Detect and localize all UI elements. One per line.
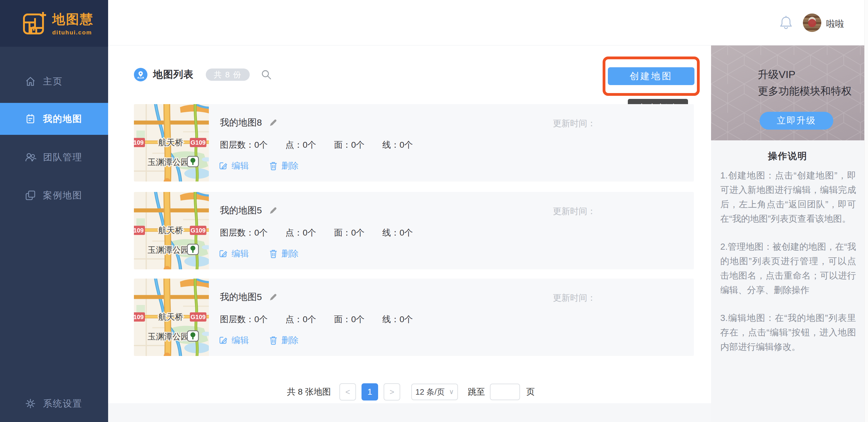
edit-button[interactable]: 编辑 <box>219 248 249 260</box>
main-content: 地图列表 共 8 份 创建地图 点击新建 我的地图8 更新 <box>108 46 711 422</box>
sidebar-item-label: 案例地图 <box>43 189 82 202</box>
map-card: 我的地图5 更新时间： 图层数：0个 点：0个 面：0个 线：0个 编辑 <box>134 278 694 356</box>
stat-value: 0个 <box>303 228 316 237</box>
map-card: 我的地图8 更新时间： 图层数：0个 点：0个 面：0个 线：0个 编辑 <box>134 104 694 182</box>
page-size-value: 12 条/页 <box>415 387 444 397</box>
stat-label: 点： <box>286 314 303 324</box>
stat-label: 图层数： <box>220 314 254 324</box>
sidebar-item-settings[interactable]: 系统设置 <box>0 388 108 420</box>
stat-value: 0个 <box>254 228 268 237</box>
page-unit-label: 页 <box>526 386 535 398</box>
map-stats: 图层数：0个 点：0个 面：0个 线：0个 <box>220 139 431 151</box>
stat-value: 0个 <box>400 228 413 237</box>
stat-label: 点： <box>286 140 303 150</box>
stat-label: 面： <box>334 140 351 150</box>
stat-label: 线： <box>382 314 400 324</box>
edit-button[interactable]: 编辑 <box>219 334 249 346</box>
bottom-strip <box>108 403 711 422</box>
map-thumbnail[interactable] <box>134 104 209 182</box>
jump-label: 跳至 <box>468 386 485 398</box>
stat-label: 面： <box>334 314 351 324</box>
logo-domain: dituhui.com <box>52 29 94 36</box>
stat-value: 0个 <box>303 140 316 150</box>
next-page-button[interactable]: > <box>384 383 400 400</box>
stat-label: 线： <box>382 140 400 150</box>
sidebar-item-my-maps[interactable]: 我的地图 <box>0 103 108 135</box>
delete-button[interactable]: 删除 <box>269 248 299 260</box>
copy-icon <box>25 189 36 201</box>
updated-time-label: 更新时间： <box>553 292 596 304</box>
logo[interactable]: 地图慧 dituhui.com <box>0 0 108 47</box>
rename-pencil-icon[interactable] <box>269 293 277 302</box>
sidebar-item-home[interactable]: 主页 <box>0 65 108 97</box>
stat-label: 点： <box>286 228 303 237</box>
delete-button[interactable]: 删除 <box>269 160 299 172</box>
upgrade-now-button[interactable]: 立即升级 <box>760 112 833 130</box>
pagination-total: 共 8 张地图 <box>287 386 331 398</box>
vip-subtitle: 更多功能模块和特权 <box>758 84 852 98</box>
updated-time-label: 更新时间： <box>553 206 596 217</box>
list-titlebar: 地图列表 共 8 份 <box>134 68 272 81</box>
stat-value: 0个 <box>351 228 365 237</box>
instructions-heading: 操作说明 <box>711 150 864 162</box>
stat-value: 0个 <box>351 314 365 324</box>
instruction-paragraph: 1.创建地图：点击“创建地图”，即可进入新地图进行编辑，编辑完成后，左上角点击“… <box>720 168 856 226</box>
prev-page-button[interactable]: < <box>339 383 356 400</box>
sidebar-item-case-maps[interactable]: 案例地图 <box>0 179 108 211</box>
map-thumbnail[interactable] <box>134 278 209 356</box>
map-stats: 图层数：0个 点：0个 面：0个 线：0个 <box>220 227 431 239</box>
notification-bell-icon[interactable] <box>779 16 793 30</box>
avatar[interactable] <box>803 13 821 32</box>
map-title[interactable]: 我的地图5 <box>220 291 262 303</box>
stat-label: 线： <box>382 228 400 237</box>
map-title[interactable]: 我的地图8 <box>220 116 262 129</box>
edit-button[interactable]: 编辑 <box>219 160 249 172</box>
vip-banner: 升级VIP 更多功能模块和特权 立即升级 <box>711 46 864 140</box>
username: 啦啦 <box>826 18 844 30</box>
sidebar-item-team[interactable]: 团队管理 <box>0 141 108 173</box>
logo-mark-icon <box>22 10 48 36</box>
map-pin-icon <box>134 68 148 81</box>
rename-pencil-icon[interactable] <box>269 206 277 215</box>
stat-value: 0个 <box>351 140 365 150</box>
sidebar-item-label: 团队管理 <box>43 151 82 164</box>
jump-page-input[interactable] <box>490 384 520 400</box>
map-title[interactable]: 我的地图5 <box>220 204 262 217</box>
stat-value: 0个 <box>303 314 316 324</box>
instruction-paragraph: 2.管理地图：被创建的地图，在“我的地图”列表页进行管理，可以点击地图名，点击重… <box>720 240 856 297</box>
current-page-button[interactable]: 1 <box>362 383 378 400</box>
vip-title: 升级VIP <box>758 67 796 82</box>
stat-label: 图层数： <box>220 228 254 237</box>
create-map-button[interactable]: 创建地图 <box>608 67 694 85</box>
stat-value: 0个 <box>400 314 413 324</box>
map-stats: 图层数：0个 点：0个 面：0个 线：0个 <box>220 313 431 325</box>
stat-value: 0个 <box>400 140 413 150</box>
pagination: 共 8 张地图 < 1 > 12 条/页 ∨ 跳至 页 <box>287 383 535 400</box>
map-thumbnail[interactable] <box>134 192 209 269</box>
app-root: 地图慧 dituhui.com 主页 我的地图 <box>0 0 868 422</box>
updated-time-label: 更新时间： <box>553 118 596 129</box>
delete-button[interactable]: 删除 <box>269 334 299 346</box>
notepad-icon <box>25 113 36 125</box>
team-icon <box>25 151 36 163</box>
sidebar: 地图慧 dituhui.com 主页 我的地图 <box>0 0 108 422</box>
stat-label: 面： <box>334 228 351 237</box>
page-scrollbar[interactable] <box>864 0 868 422</box>
page-size-select[interactable]: 12 条/页 ∨ <box>411 384 458 400</box>
logo-name: 地图慧 <box>52 11 94 28</box>
sidebar-item-label: 我的地图 <box>43 113 82 125</box>
home-icon <box>25 76 36 87</box>
search-icon[interactable] <box>261 69 272 80</box>
sidebar-item-label: 主页 <box>43 75 63 88</box>
chevron-down-icon: ∨ <box>449 388 454 396</box>
stat-value: 0个 <box>254 314 268 324</box>
right-panel: 升级VIP 更多功能模块和特权 立即升级 操作说明 1.创建地图：点击“创建地图… <box>711 46 864 422</box>
sidebar-item-label: 系统设置 <box>43 397 82 410</box>
instruction-paragraph: 3.编辑地图：在“我的地图”列表里存在，点击“编辑”按钮，进入地图内部进行编辑修… <box>720 311 856 354</box>
rename-pencil-icon[interactable] <box>269 119 277 127</box>
map-card: 我的地图5 更新时间： 图层数：0个 点：0个 面：0个 线：0个 编辑 <box>134 192 694 269</box>
page-title: 地图列表 <box>153 68 193 81</box>
instructions-body: 1.创建地图：点击“创建地图”，即可进入新地图进行编辑，编辑完成后，左上角点击“… <box>720 168 856 368</box>
top-header: 啦啦 <box>108 0 868 46</box>
stat-label: 图层数： <box>220 140 254 150</box>
